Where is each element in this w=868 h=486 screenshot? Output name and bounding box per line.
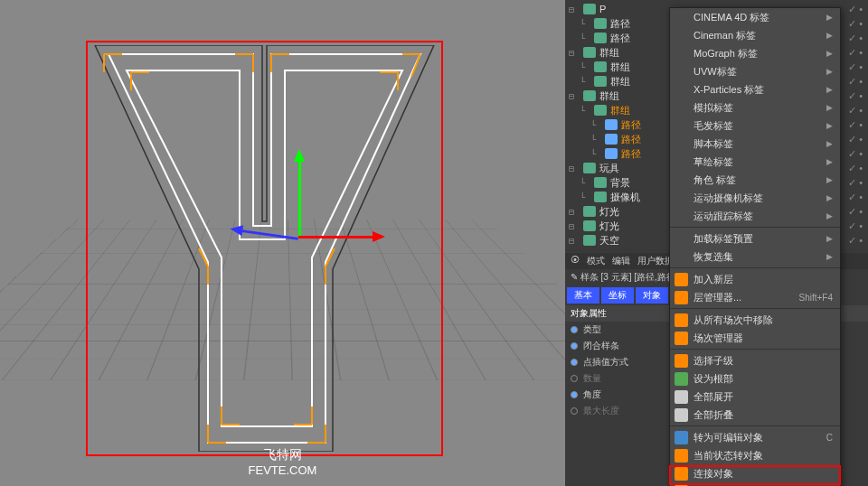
tab-basic[interactable]: 基本 — [567, 287, 599, 304]
submenu-arrow: ▶ — [826, 67, 833, 76]
menu-item[interactable]: 模拟标签▶ — [670, 98, 840, 117]
object-label: 群组 — [610, 61, 630, 74]
menu-item[interactable]: 从所有场次中移除 — [670, 311, 840, 329]
attr-dot — [571, 407, 578, 415]
attr-label: 类型 — [583, 323, 601, 336]
axis-y[interactable] — [298, 154, 301, 236]
menu-item[interactable]: X-Particles 标签▶ — [670, 80, 840, 98]
axis-gizmo[interactable] — [226, 149, 371, 294]
menu-item[interactable]: 全部折叠 — [670, 406, 840, 424]
menu-item[interactable]: CINEMA 4D 标签▶ — [670, 8, 840, 26]
object-label: 路径 — [621, 118, 641, 132]
menu-label: UVW标签 — [693, 65, 737, 79]
menu-item[interactable]: 加入新层 — [670, 270, 840, 288]
menu-icon — [675, 291, 688, 304]
submenu-arrow: ▶ — [826, 234, 833, 243]
menu-item[interactable]: 设为根部 — [670, 369, 840, 388]
menu-separator — [670, 425, 840, 426]
menu-label: CINEMA 4D 标签 — [693, 11, 769, 24]
menu-icon — [675, 449, 688, 463]
submenu-arrow: ▶ — [826, 103, 833, 112]
object-icon — [605, 148, 618, 159]
menu-label: 运动摄像机标签 — [693, 192, 763, 205]
menu-label: 转为可编辑对象 — [693, 431, 763, 444]
object-label: 玩具 — [599, 162, 619, 175]
object-icon — [583, 206, 596, 217]
menu-label: 全部展开 — [693, 390, 733, 404]
object-label: 路径 — [610, 32, 630, 45]
menu-separator — [670, 267, 840, 268]
menu-icon — [675, 332, 688, 345]
viewport-3d[interactable]: 飞特网 FEVTE.COM — [0, 0, 565, 486]
object-icon — [594, 177, 607, 188]
menu-label: 运动跟踪标签 — [693, 210, 753, 223]
menu-item[interactable]: 草绘标签▶ — [670, 153, 840, 171]
object-icon — [583, 220, 596, 231]
menu-label: 加载标签预置 — [693, 232, 753, 246]
object-icon — [583, 90, 596, 101]
menu-item[interactable]: 当前状态转对象 — [670, 446, 840, 464]
submenu-arrow: ▶ — [826, 139, 833, 148]
menu-label: 毛发标签 — [693, 119, 733, 133]
object-icon — [583, 4, 596, 14]
menu-item[interactable]: 场次管理器 — [670, 329, 840, 347]
menu-item[interactable]: 角色 标签▶ — [670, 171, 840, 189]
object-icon — [583, 47, 596, 58]
menu-label: 脚本标签 — [693, 137, 733, 151]
menu-icon — [675, 390, 688, 404]
submenu-arrow: ▶ — [826, 49, 833, 58]
menu-item[interactable]: 全部展开 — [670, 388, 840, 406]
object-icon — [605, 119, 618, 130]
menu-item[interactable]: MoGraph 标签▶ — [670, 44, 840, 62]
menu-item[interactable]: 脚本标签▶ — [670, 135, 840, 153]
menu-item[interactable]: 层管理器...Shift+F4 — [670, 288, 840, 306]
menu-item[interactable]: 毛发标签▶ — [670, 117, 840, 135]
submenu-arrow: ▶ — [826, 175, 833, 184]
menu-label: 连接对象 — [693, 467, 733, 481]
object-label: 摄像机 — [610, 191, 640, 204]
menu-item[interactable]: 运动跟踪标签▶ — [670, 207, 840, 225]
axis-x[interactable] — [298, 236, 380, 238]
shortcut: Shift+F4 — [798, 293, 833, 303]
axis-z[interactable] — [235, 229, 298, 240]
menu-label: Cineman 标签 — [693, 29, 756, 42]
tab-object[interactable]: 对象 — [636, 287, 668, 304]
menu-label: 从所有场次中移除 — [693, 313, 773, 327]
menu-item[interactable]: 选择子级 — [670, 351, 840, 369]
submenu-arrow: ▶ — [826, 121, 833, 130]
menu-item[interactable]: 转为可编辑对象C — [670, 428, 840, 446]
menu-label: 层管理器... — [693, 291, 741, 304]
menu-item[interactable]: UVW标签▶ — [670, 62, 840, 80]
tab-coord[interactable]: 坐标 — [601, 287, 634, 304]
menu-label: 场次管理器 — [693, 332, 743, 345]
menu-item[interactable]: Cineman 标签▶ — [670, 26, 840, 44]
menu-item[interactable]: 连接对象 — [670, 464, 840, 482]
menu-label: X-Particles 标签 — [693, 83, 764, 97]
menu-label: 选择子级 — [693, 354, 733, 368]
object-icon — [594, 61, 607, 72]
submenu-arrow: ▶ — [826, 13, 833, 22]
context-menu[interactable]: CINEMA 4D 标签▶Cineman 标签▶MoGraph 标签▶UVW标签… — [669, 7, 841, 486]
shortcut: C — [826, 433, 833, 443]
attr-dot — [571, 391, 578, 398]
submenu-arrow: ▶ — [826, 193, 833, 202]
menu-item[interactable]: 恢复选集▶ — [670, 248, 840, 266]
menu-label: 恢复选集 — [693, 250, 733, 264]
menu-icon — [675, 372, 688, 386]
menu-item[interactable]: 运动摄像机标签▶ — [670, 189, 840, 207]
object-label: 路径 — [621, 133, 641, 146]
object-icon — [594, 76, 607, 87]
object-label: 路径 — [610, 17, 630, 31]
menu-label: MoGraph 标签 — [693, 47, 758, 61]
object-label: 群组 — [610, 75, 630, 89]
object-label: P — [599, 4, 606, 14]
menu-item[interactable]: 连接对象+删除 — [670, 482, 840, 486]
menu-separator — [670, 308, 840, 309]
object-label: 天空 — [599, 234, 619, 248]
object-icon — [594, 192, 607, 202]
object-icon — [605, 134, 618, 145]
menu-icon — [675, 408, 688, 422]
menu-label: 模拟标签 — [693, 101, 733, 115]
menu-item[interactable]: 加载标签预置▶ — [670, 229, 840, 248]
submenu-arrow: ▶ — [826, 85, 833, 94]
